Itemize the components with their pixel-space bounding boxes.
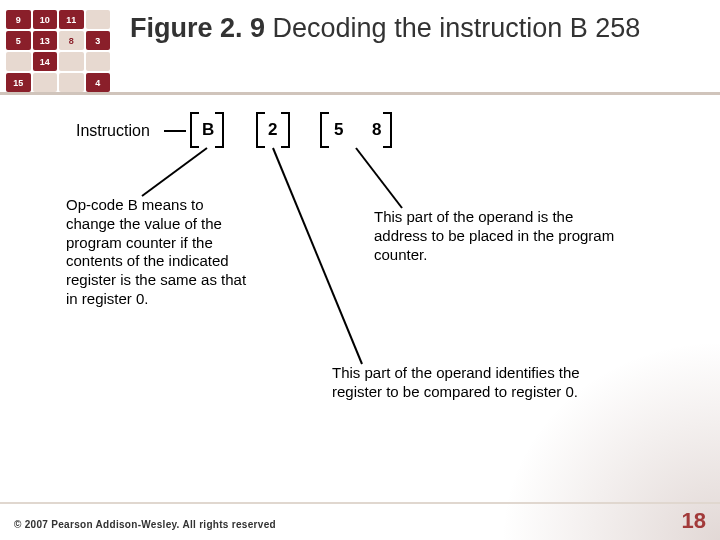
address-explanation: This part of the operand is the address … [374,208,624,264]
thumb-cell: 10 [33,10,58,29]
thumb-cell: 9 [6,10,31,29]
thumb-cell [6,52,31,71]
figure-label: Figure 2. 9 [130,13,265,43]
thumb-cell [33,73,58,92]
thumb-cell: 3 [86,31,111,50]
thumb-cell [59,52,84,71]
divider-top [0,92,720,95]
opcode-explanation: Op-code B means to change the value of t… [66,196,256,309]
instr-cell-b: B [202,120,214,140]
instr-cell-8: 8 [372,120,381,140]
instr-cell-5: 5 [334,120,343,140]
thumb-cell [59,73,84,92]
svg-line-0 [142,148,207,196]
title-block: Figure 2. 9 Decoding the instruction B 2… [112,8,650,44]
thumb-cell: 11 [59,10,84,29]
copyright-footer: © 2007 Pearson Addison-Wesley. All right… [14,519,276,530]
thumb-cell [86,10,111,29]
svg-line-1 [273,148,362,364]
register-explanation: This part of the operand identifies the … [332,364,622,402]
title-rest: Decoding the instruction B 258 [265,13,640,43]
slide-title: Figure 2. 9 Decoding the instruction B 2… [130,12,640,44]
diagram-area: Instruction B 2 5 8 Op-code B means to c… [62,108,658,488]
thumb-cell: 5 [6,31,31,50]
instruction-label: Instruction [76,122,150,140]
divider-bottom [0,502,720,504]
thumb-cell: 8 [59,31,84,50]
thumb-cell: 15 [6,73,31,92]
thumb-cell: 4 [86,73,111,92]
instruction-dash [164,130,186,132]
page-number: 18 [682,508,706,534]
thumb-cell [86,52,111,71]
instr-cell-2: 2 [268,120,277,140]
slide-header: 9 10 11 5 13 8 3 14 15 4 Figure 2. 9 Dec… [0,0,720,86]
svg-line-2 [356,148,402,208]
corner-thumbnail: 9 10 11 5 13 8 3 14 15 4 [4,8,112,86]
thumb-cell: 13 [33,31,58,50]
thumb-cell: 14 [33,52,58,71]
